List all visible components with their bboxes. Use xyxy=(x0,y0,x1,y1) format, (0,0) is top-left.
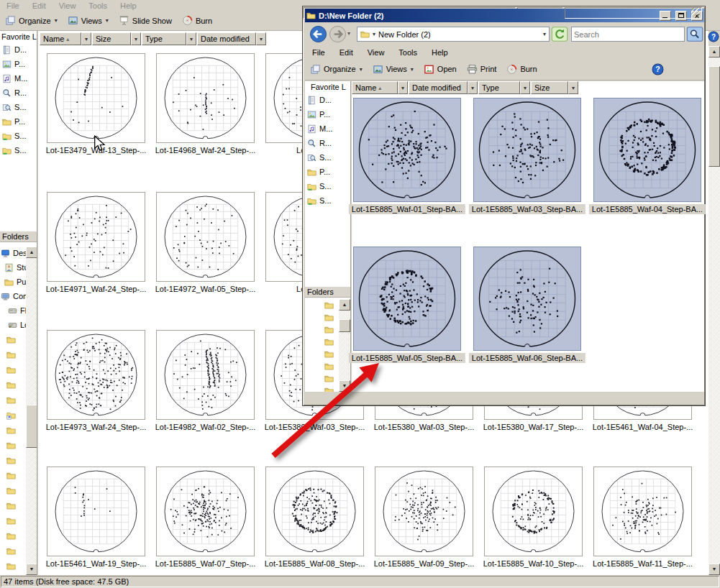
scroll-up-icon[interactable]: ▲ xyxy=(26,247,37,258)
file-name-label[interactable]: Lot-1E5885_Waf-11_Step-... xyxy=(589,559,697,568)
favorite-link[interactable]: S... xyxy=(0,129,37,143)
help-icon[interactable]: ? xyxy=(708,31,719,42)
column-header-type[interactable]: Type xyxy=(142,32,186,45)
tree-item[interactable] xyxy=(0,528,26,543)
slide-show-button[interactable]: Slide Show xyxy=(114,13,177,28)
column-filter-dropdown-icon[interactable]: ▾ xyxy=(398,81,408,94)
search-input[interactable] xyxy=(572,27,684,41)
file-name-label[interactable]: Lot-1E5885_Waf-05_Step-BA... xyxy=(349,353,465,363)
column-header-date-modified[interactable]: Date modified xyxy=(197,32,256,45)
scroll-up-icon[interactable]: ▲ xyxy=(708,46,720,58)
column-filter-dropdown-icon[interactable]: ▾ xyxy=(131,32,141,45)
file-name-label[interactable]: Lot-1E5461_Waf-04_Step-... xyxy=(589,423,697,431)
column-filter-dropdown-icon[interactable]: ▾ xyxy=(520,81,530,94)
breadcrumb-location[interactable]: New Folder (2) xyxy=(378,30,431,39)
tree-item[interactable] xyxy=(0,408,26,423)
file-name-label[interactable]: Lot-1E5885_Waf-07_Step-... xyxy=(152,559,260,568)
menu-file[interactable]: File xyxy=(0,1,26,11)
folders-bar[interactable]: Folders xyxy=(305,286,351,298)
file-name-label[interactable]: Lot-1E5885_Waf-04_Step-BA... xyxy=(589,204,706,214)
wafer-thumbnail[interactable] xyxy=(47,192,145,282)
wafer-thumbnail[interactable] xyxy=(156,192,255,282)
tree-item[interactable] xyxy=(0,543,26,559)
favorite-link[interactable]: S... xyxy=(305,193,350,208)
menu-file[interactable]: File xyxy=(305,47,332,58)
resize-grip[interactable] xyxy=(691,8,700,17)
favorite-link[interactable]: S... xyxy=(0,143,37,157)
file-name-label[interactable]: Lot-1E5885_Waf-10_Step-... xyxy=(480,559,588,568)
wafer-thumbnail[interactable] xyxy=(47,330,145,420)
help-icon[interactable]: ? xyxy=(652,63,664,75)
favorite-link[interactable]: D... xyxy=(305,93,350,107)
address-dropdown-icon[interactable]: ▾ xyxy=(543,31,546,37)
column-filter-dropdown-icon[interactable]: ▾ xyxy=(256,32,266,45)
file-name-label[interactable]: Lot-1E5885_Waf-06_Step-BA... xyxy=(469,353,585,363)
open-button[interactable]: Open xyxy=(419,62,462,77)
wafer-thumbnail[interactable] xyxy=(156,467,255,556)
file-name-label[interactable]: Lot-1E5380_Waf-03_Step-... xyxy=(261,423,369,431)
main-scrollbar[interactable]: ▲ ▼ xyxy=(708,46,720,575)
search-go-icon[interactable] xyxy=(686,27,703,42)
tree-item[interactable] xyxy=(0,392,26,408)
tree-item[interactable] xyxy=(0,423,26,438)
tree-item[interactable] xyxy=(305,311,339,323)
tree-item[interactable] xyxy=(0,347,26,362)
tree-item[interactable] xyxy=(0,513,26,528)
column-header-name[interactable]: Name▴ xyxy=(352,81,398,94)
scrollbar-thumb[interactable] xyxy=(708,66,720,167)
column-filter-dropdown-icon[interactable]: ▾ xyxy=(81,32,91,45)
file-name-label[interactable]: Lot-1E3479_Waf-13_Step-... xyxy=(42,146,150,155)
favorite-link[interactable]: S... xyxy=(0,100,37,114)
file-name-label[interactable]: Lot-1E5885_Waf-08_Step-... xyxy=(261,559,369,568)
column-header-name[interactable]: Name▴ xyxy=(40,32,81,45)
tree-item[interactable]: Stua xyxy=(0,260,26,275)
burn-button[interactable]: Burn xyxy=(501,62,542,77)
wafer-thumbnail[interactable] xyxy=(353,98,461,202)
wafer-thumbnail[interactable] xyxy=(375,467,473,556)
favorite-link[interactable]: P... xyxy=(0,114,37,129)
wafer-thumbnail[interactable] xyxy=(47,53,145,143)
back-button[interactable] xyxy=(309,25,327,43)
tree-scrollbar[interactable]: ▲ ▼ xyxy=(339,299,350,392)
scroll-down-icon[interactable]: ▼ xyxy=(708,564,720,575)
column-header-size[interactable]: Size xyxy=(92,32,131,45)
tree-item[interactable] xyxy=(0,438,26,453)
file-name-label[interactable]: Lot-1E4972_Waf-05_Step-... xyxy=(152,285,260,293)
tree-item[interactable] xyxy=(0,332,26,347)
wafer-thumbnail[interactable] xyxy=(265,467,364,556)
file-name-label[interactable]: Lot-1E4971_Waf-24_Step-... xyxy=(42,285,150,293)
favorite-link[interactable]: M... xyxy=(305,121,350,136)
tree-item[interactable] xyxy=(0,498,26,513)
scroll-down-icon[interactable]: ▼ xyxy=(339,380,350,392)
wafer-thumbnail[interactable] xyxy=(353,247,461,351)
menu-view[interactable]: View xyxy=(53,1,83,11)
breadcrumb-chevron-icon[interactable]: ▾ xyxy=(373,31,375,37)
file-name-label[interactable]: Lot-1E5885_Waf-09_Step-... xyxy=(370,559,478,568)
file-name-label[interactable]: Lot-1E4982_Waf-02_Step-... xyxy=(152,423,260,431)
favorite-link[interactable]: P... xyxy=(305,165,350,179)
menu-help[interactable]: Help xyxy=(424,47,455,58)
tree-item[interactable]: Fl xyxy=(0,303,26,318)
organize-button[interactable]: Organize▾ xyxy=(0,13,63,28)
tree-item[interactable] xyxy=(0,559,26,574)
menu-help[interactable]: Help xyxy=(114,1,143,11)
wafer-thumbnail[interactable] xyxy=(47,467,145,556)
wafer-thumbnail[interactable] xyxy=(473,98,581,202)
menu-tools[interactable]: Tools xyxy=(391,47,424,58)
tree-item[interactable] xyxy=(0,362,26,377)
column-filter-dropdown-icon[interactable]: ▾ xyxy=(468,81,478,94)
menu-edit[interactable]: Edit xyxy=(26,1,53,11)
file-name-label[interactable]: Lot-1E5380_Waf-03_Step-... xyxy=(370,423,478,431)
menu-tools[interactable]: Tools xyxy=(82,1,114,11)
tree-item[interactable] xyxy=(305,336,339,348)
folders-bar[interactable]: Folders xyxy=(0,231,37,242)
tree-item[interactable]: Deskt xyxy=(0,246,26,260)
burn-button[interactable]: Burn xyxy=(177,13,217,28)
tree-item[interactable] xyxy=(305,348,339,360)
tree-scrollbar[interactable]: ▲ ▼ xyxy=(26,247,37,575)
column-header-type[interactable]: Type xyxy=(478,81,520,94)
refresh-icon[interactable] xyxy=(551,27,568,42)
tree-item[interactable]: Com xyxy=(0,289,26,303)
favorite-link[interactable]: P... xyxy=(0,57,37,71)
tree-item[interactable] xyxy=(305,299,339,311)
